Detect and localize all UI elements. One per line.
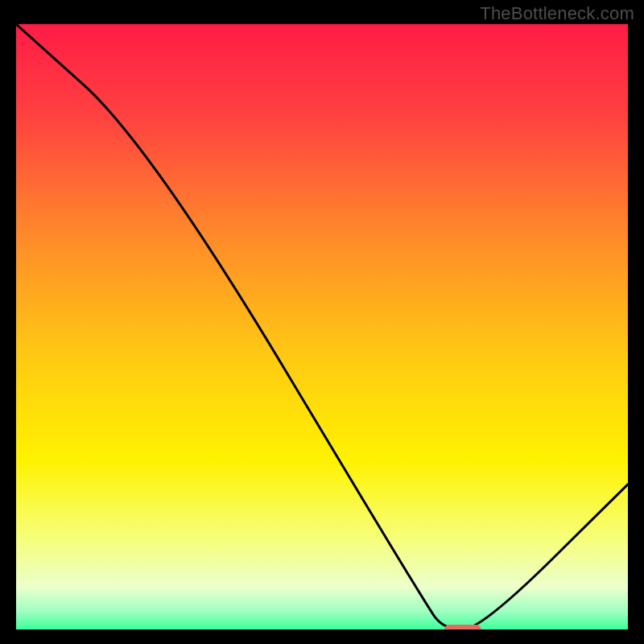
gradient-background xyxy=(16,24,628,630)
watermark-text: TheBottleneck.com xyxy=(480,3,634,24)
chart-svg xyxy=(16,24,628,630)
chart-frame: TheBottleneck.com xyxy=(0,0,644,644)
optimum-marker xyxy=(444,625,481,630)
plot-area xyxy=(16,24,628,630)
